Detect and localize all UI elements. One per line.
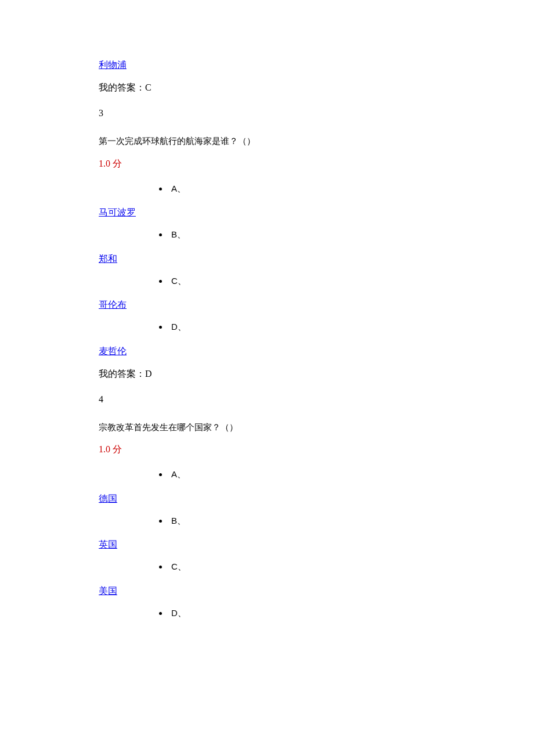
option-link[interactable]: 马可波罗 [99, 206, 499, 219]
option-label: D、 [168, 607, 499, 620]
question-score: 1.0 分 [99, 157, 499, 171]
option-label: A、 [168, 182, 499, 196]
option-link[interactable]: 美国 [99, 584, 499, 598]
option-link[interactable]: 利物浦 [99, 58, 499, 72]
option-link[interactable]: 麦哲伦 [99, 344, 499, 358]
option-bullet: B、 [168, 228, 499, 242]
option-bullet: D、 [168, 607, 499, 620]
question-text: 宗教改革首先发生在哪个国家？（） [99, 421, 499, 434]
option-link[interactable]: 哥伦布 [99, 298, 499, 312]
option-link[interactable]: 德国 [99, 492, 499, 506]
question-number: 4 [99, 393, 499, 406]
option-link[interactable]: 英国 [99, 538, 499, 552]
option-label: A、 [168, 468, 499, 481]
option-label: B、 [168, 514, 499, 528]
option-label: D、 [168, 321, 499, 334]
option-bullet: B、 [168, 514, 499, 528]
question-number: 3 [99, 106, 499, 120]
option-label: C、 [168, 560, 499, 574]
option-bullet: D、 [168, 321, 499, 334]
option-bullet: A、 [168, 468, 499, 481]
option-label: C、 [168, 275, 499, 288]
my-answer: 我的答案：D [99, 367, 499, 381]
question-text: 第一次完成环球航行的航海家是谁？（） [99, 135, 499, 148]
option-bullet: C、 [168, 560, 499, 574]
option-bullet: C、 [168, 275, 499, 288]
option-label: B、 [168, 228, 499, 242]
my-answer: 我的答案：C [99, 81, 499, 95]
option-bullet: A、 [168, 182, 499, 196]
option-link[interactable]: 郑和 [99, 252, 499, 266]
question-score: 1.0 分 [99, 442, 499, 456]
